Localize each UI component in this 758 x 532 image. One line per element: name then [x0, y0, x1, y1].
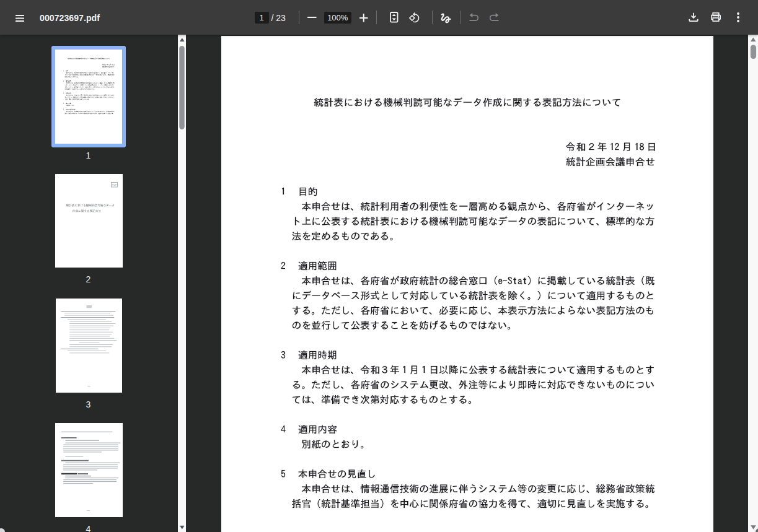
svg-text:PDF: PDF	[112, 183, 117, 186]
